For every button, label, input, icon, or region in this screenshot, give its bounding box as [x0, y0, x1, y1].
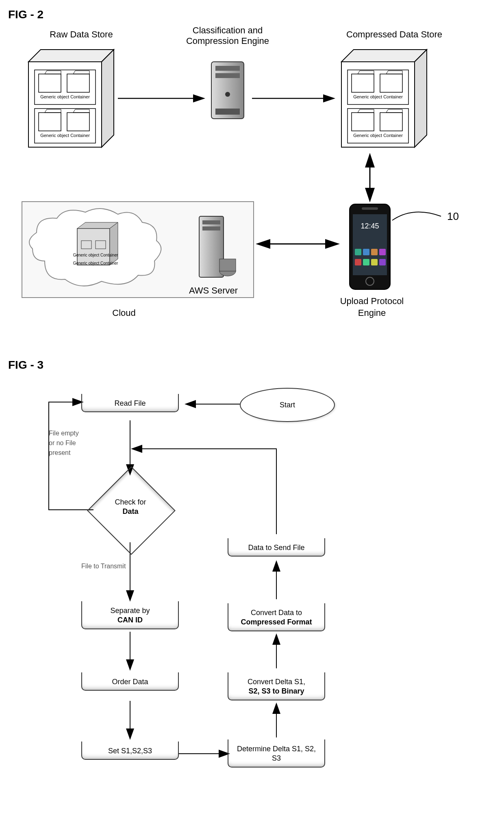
convert-compressed-box: Convert Data toCompressed Format — [228, 603, 325, 631]
cloud-container-label-1: Generic object Container — [69, 253, 122, 257]
file-empty-note: File empty or no File present — [49, 428, 81, 458]
svg-marker-0 — [28, 50, 114, 62]
cloud-container-label-2: Generic object Container — [69, 261, 122, 265]
svg-rect-27 — [215, 66, 240, 71]
mid-arrows — [236, 139, 480, 342]
determine-delta-box: Determine Delta S1, S2, S3 — [228, 739, 325, 768]
convert-binary-box: Convert Delta S1,S2, S3 to Binary — [228, 672, 325, 700]
svg-rect-42 — [202, 220, 220, 224]
svg-rect-34 — [77, 228, 110, 265]
check-data-text: Check forData — [100, 498, 161, 517]
cloud-label: Cloud — [93, 308, 154, 318]
raw-data-store-label: Raw Data Store — [41, 29, 122, 40]
container-label-2: Generic object Container — [30, 133, 100, 138]
svg-marker-36 — [110, 222, 118, 265]
fig2-title: FIG - 2 — [8, 8, 496, 21]
compressed-store-label: Compressed Data Store — [337, 29, 451, 40]
fig3-title: FIG - 3 — [8, 359, 496, 372]
start-node: Start — [240, 388, 335, 422]
top-arrows — [24, 86, 471, 111]
fig3-diagram: Start Read File File empty or no File pr… — [8, 380, 496, 822]
data-send-box: Data to Send File — [228, 538, 325, 557]
container-label-4: Generic object Container — [343, 133, 413, 138]
separate-box: Separate byCAN ID — [81, 601, 179, 629]
svg-rect-28 — [215, 73, 240, 78]
svg-marker-13 — [341, 50, 427, 62]
svg-rect-41 — [219, 259, 236, 271]
svg-rect-43 — [202, 226, 220, 231]
aws-server-label: AWS Server — [183, 285, 244, 296]
fig2-diagram: Raw Data Store Classification and Compre… — [8, 25, 496, 359]
class-engine-label: Classification and Compression Engine — [175, 25, 280, 46]
order-data-box: Order Data — [81, 672, 179, 691]
read-file-box: Read File — [81, 394, 179, 412]
set-s-box: Set S1,S2,S3 — [81, 742, 179, 760]
file-transmit-note: File to Transmit — [81, 563, 126, 570]
